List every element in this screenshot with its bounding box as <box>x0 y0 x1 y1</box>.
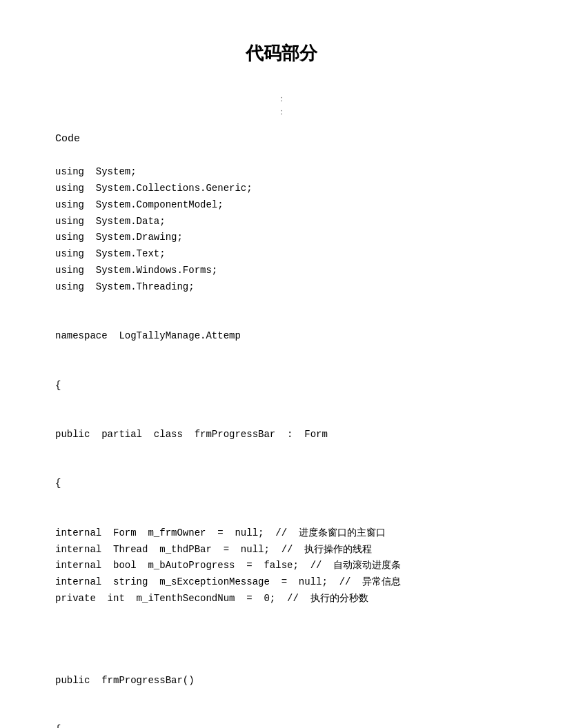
open-brace-2: { <box>55 476 508 492</box>
constructor-signature: public frmProgressBar() <box>55 673 508 689</box>
decorative-line-2: ： <box>55 106 508 119</box>
page-container: 代码部分 ： ： Code using System; using System… <box>0 0 563 728</box>
code-label: Code <box>55 133 508 145</box>
constructor-open: { <box>55 722 508 728</box>
using-statements: using System; using System.Collections.G… <box>55 148 508 295</box>
namespace-line: namespace LogTallyManage.Attemp <box>55 328 508 345</box>
decorative-lines: ： ： <box>55 93 508 119</box>
namespace-section: namespace LogTallyManage.Attemp { public… <box>55 296 508 525</box>
code-section: Code using System; using System.Collecti… <box>55 133 508 728</box>
constructor-section: public frmProgressBar() { InitializeComp… <box>55 607 508 728</box>
decorative-line-1: ： <box>55 93 508 106</box>
class-line: public partial class frmProgressBar : Fo… <box>55 427 508 443</box>
fields-section: internal Form m_frmOwner = null; // 进度条窗… <box>55 525 508 607</box>
page-title: 代码部分 <box>55 41 508 65</box>
open-brace-1: { <box>55 378 508 394</box>
